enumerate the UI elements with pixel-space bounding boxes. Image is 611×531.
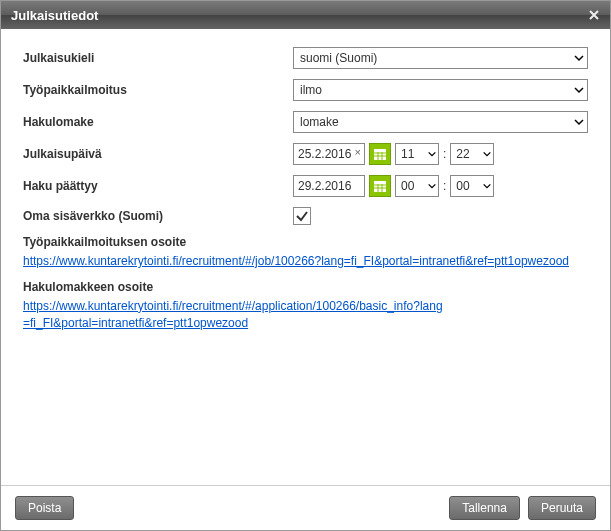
dialog-body: Julkaisukieli suomi (Suomi) Työpaikkailm…	[1, 29, 610, 485]
jobad-url-link[interactable]: https://www.kuntarekrytointi.fi/recruitm…	[23, 254, 569, 268]
calendar-button[interactable]	[369, 175, 391, 197]
jobad-select-value: ilmo	[293, 79, 588, 101]
time-separator: :	[443, 179, 446, 193]
row-form: Hakulomake lomake	[23, 111, 588, 133]
row-jobad: Työpaikkailmoitus ilmo	[23, 79, 588, 101]
row-publish-date: Julkaisupäivä 25.2.2016 ×	[23, 143, 588, 165]
save-button[interactable]: Tallenna	[449, 496, 520, 520]
end-hour-select[interactable]: 00	[395, 175, 439, 197]
row-end-date: Haku päättyy 29.2.2016 00	[23, 175, 588, 197]
calendar-button[interactable]	[369, 143, 391, 165]
publish-details-dialog: Julkaisutiedot Julkaisukieli suomi (Suom…	[0, 0, 611, 531]
publish-hour-select[interactable]: 11	[395, 143, 439, 165]
form-url-link[interactable]: https://www.kuntarekrytointi.fi/recruitm…	[23, 299, 443, 330]
publish-date-value: 25.2.2016	[298, 147, 351, 161]
row-language: Julkaisukieli suomi (Suomi)	[23, 47, 588, 69]
cancel-button[interactable]: Peruuta	[528, 496, 596, 520]
language-select-value: suomi (Suomi)	[293, 47, 588, 69]
end-minute-select[interactable]: 00	[450, 175, 494, 197]
publish-date-input[interactable]: 25.2.2016 ×	[293, 143, 365, 165]
chevron-down-icon	[427, 181, 437, 191]
svg-rect-1	[374, 149, 386, 152]
dialog-titlebar: Julkaisutiedot	[1, 1, 610, 29]
jobad-select[interactable]: ilmo	[293, 79, 588, 101]
time-separator: :	[443, 147, 446, 161]
label-publish-date: Julkaisupäivä	[23, 147, 293, 161]
dialog-title: Julkaisutiedot	[11, 8, 584, 23]
publish-minute-select[interactable]: 22	[450, 143, 494, 165]
label-language: Julkaisukieli	[23, 51, 293, 65]
clear-icon[interactable]: ×	[355, 146, 361, 158]
chevron-down-icon	[482, 181, 492, 191]
intranet-checkbox[interactable]	[293, 207, 311, 225]
form-select-value: lomake	[293, 111, 588, 133]
chevron-down-icon	[482, 149, 492, 159]
language-select[interactable]: suomi (Suomi)	[293, 47, 588, 69]
end-date-value: 29.2.2016	[298, 179, 351, 193]
form-select[interactable]: lomake	[293, 111, 588, 133]
chevron-down-icon	[427, 149, 437, 159]
label-jobad-url: Työpaikkailmoituksen osoite	[23, 235, 588, 249]
row-intranet: Oma sisäverkko (Suomi)	[23, 207, 588, 225]
label-end-date: Haku päättyy	[23, 179, 293, 193]
end-date-input[interactable]: 29.2.2016	[293, 175, 365, 197]
dialog-footer: Poista Tallenna Peruuta	[1, 485, 610, 530]
close-icon[interactable]	[584, 5, 604, 25]
label-form: Hakulomake	[23, 115, 293, 129]
svg-rect-6	[374, 181, 386, 192]
delete-button[interactable]: Poista	[15, 496, 74, 520]
label-form-url: Hakulomakkeen osoite	[23, 280, 588, 294]
label-intranet: Oma sisäverkko (Suomi)	[23, 209, 293, 223]
label-jobad: Työpaikkailmoitus	[23, 83, 293, 97]
